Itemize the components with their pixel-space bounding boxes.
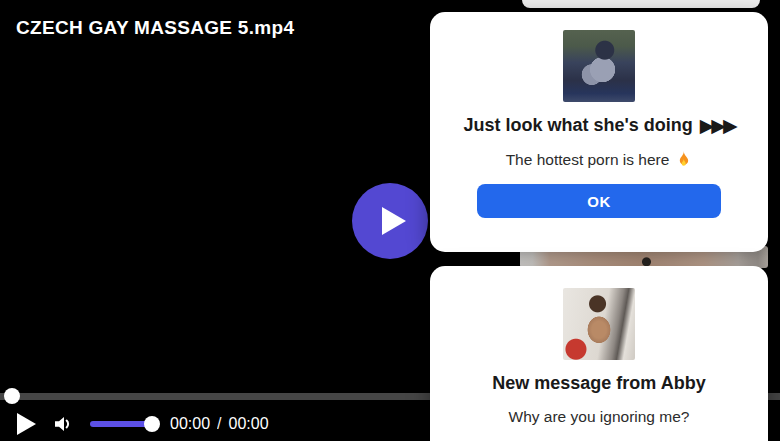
message-body-text: Why are you ignoring me? — [509, 408, 690, 426]
video-title: CZECH GAY MASSAGE 5.mp4 — [16, 17, 294, 39]
time-display: 00:00 / 00:00 — [170, 415, 269, 433]
message-heading: New message from Abby — [492, 373, 705, 394]
time-separator: / — [217, 415, 221, 433]
triple-play-arrows-icon: ▶▶▶ — [700, 116, 735, 135]
big-play-button[interactable] — [352, 183, 428, 259]
offer-thumbnail-image[interactable] — [563, 30, 635, 102]
volume-thumb[interactable] — [144, 416, 160, 432]
ok-button[interactable]: OK — [477, 184, 721, 218]
volume-slider[interactable] — [90, 421, 152, 427]
volume-button[interactable] — [50, 411, 76, 437]
offer-heading: Just look what she's doing ▶▶▶ — [463, 115, 734, 136]
ad-popup-message[interactable]: New message from Abby Why are you ignori… — [430, 266, 768, 441]
duration: 00:00 — [229, 415, 269, 433]
offer-body-text: The hottest porn is here — [506, 151, 670, 169]
player-controls: 00:00 / 00:00 — [0, 406, 430, 441]
message-thumbnail-image[interactable] — [563, 288, 635, 360]
seek-thumb[interactable] — [4, 388, 20, 404]
play-icon — [382, 207, 406, 235]
background-card-edge — [522, 0, 760, 8]
video-player-page: { "player": { "title": "CZECH GAY MASSAG… — [0, 0, 780, 441]
message-body: Why are you ignoring me? — [509, 408, 690, 426]
ad-popup-offer[interactable]: Just look what she's doing ▶▶▶ The hotte… — [430, 12, 768, 252]
play-button[interactable] — [17, 413, 36, 435]
offer-heading-text: Just look what she's doing — [463, 115, 692, 136]
speaker-icon — [51, 412, 75, 436]
current-time: 00:00 — [170, 415, 210, 433]
offer-body: The hottest porn is here — [506, 150, 693, 169]
fire-icon — [675, 150, 692, 169]
